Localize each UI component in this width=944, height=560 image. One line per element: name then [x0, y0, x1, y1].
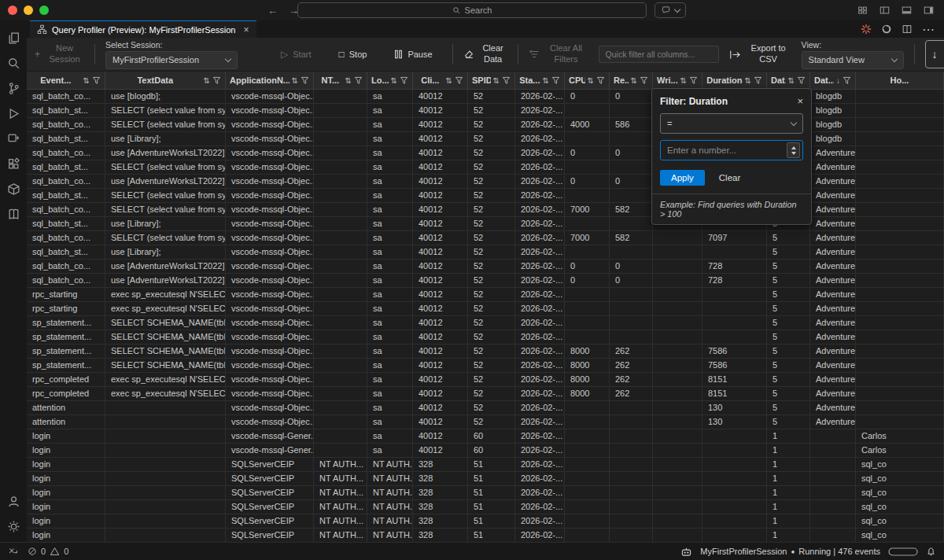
- sidebar-item-extensions[interactable]: [0, 151, 27, 176]
- header-cell-cpu[interactable]: CPU⇅: [565, 72, 610, 89]
- sort-icon[interactable]: ⇅: [446, 76, 452, 85]
- sort-icon[interactable]: ⇅: [391, 76, 397, 85]
- problems-status[interactable]: 0 0: [28, 547, 68, 556]
- command-center-search[interactable]: Search: [297, 2, 647, 18]
- sort-icon[interactable]: ⇅: [588, 76, 594, 85]
- sort-icon[interactable]: ⇅: [788, 76, 795, 85]
- header-cell-sta[interactable]: Sta...⇅: [515, 72, 565, 89]
- toggle-panel-icon[interactable]: [901, 5, 913, 16]
- filter-funnel-icon[interactable]: [455, 76, 463, 85]
- stepper-up-icon[interactable]: [791, 146, 796, 149]
- clear-all-filters-button[interactable]: Clear All Filters: [529, 43, 588, 65]
- tab-close-icon[interactable]: ×: [244, 24, 249, 35]
- export-csv-button[interactable]: Export to CSV: [729, 43, 791, 65]
- filter-funnel-icon[interactable]: [797, 76, 806, 85]
- settings-gear-icon[interactable]: [0, 514, 27, 539]
- split-editor-icon[interactable]: [902, 24, 913, 35]
- filter-funnel-icon[interactable]: [689, 76, 698, 85]
- sidebar-item-connections[interactable]: [0, 126, 27, 151]
- toggle-sidebar-icon[interactable]: [879, 5, 891, 16]
- table-row[interactable]: rpc_startingexec sp_executesql N'SELECT …: [27, 302, 944, 316]
- pause-button[interactable]: Pause: [394, 50, 432, 59]
- back-icon[interactable]: ←: [267, 5, 278, 17]
- header-cell-re[interactable]: Re...⇅: [610, 72, 653, 89]
- new-session-button[interactable]: + New Session: [35, 43, 84, 65]
- status-pill-icon[interactable]: [888, 547, 918, 556]
- header-cell-nt[interactable]: NT...⇅: [314, 72, 367, 89]
- table-row[interactable]: attentionvscode-mssql-Objec...sa40012522…: [27, 401, 944, 415]
- tab-query-profiler[interactable]: Query Profiler (Preview): MyFirstProfile…: [30, 20, 256, 38]
- sidebar-item-source-control[interactable]: [0, 76, 27, 101]
- filter-funnel-icon[interactable]: [354, 76, 363, 85]
- number-stepper[interactable]: [787, 142, 800, 158]
- header-cell-applicationn[interactable]: ApplicationN...⇅: [226, 72, 314, 89]
- table-row[interactable]: loginSQLServerCEIPNT AUTH...NT AUTH...32…: [27, 500, 944, 514]
- sort-icon[interactable]: ⇅: [631, 76, 637, 85]
- sort-icon[interactable]: ⇅: [493, 76, 500, 85]
- table-row[interactable]: sql_batch_co...SELECT (select value from…: [27, 231, 944, 245]
- header-cell-ho[interactable]: Ho...: [856, 72, 944, 89]
- minimize-window-button[interactable]: [24, 6, 33, 15]
- filter-funnel-icon[interactable]: [301, 76, 309, 85]
- table-row[interactable]: sql_batch_co...use [AdventureWorksLT2022…: [27, 274, 944, 288]
- close-icon[interactable]: ×: [797, 95, 803, 107]
- filter-funnel-icon[interactable]: [754, 76, 762, 85]
- table-row[interactable]: loginSQLServerCEIPNT AUTH...NT AUTH...32…: [27, 529, 944, 542]
- notifications-bell-icon[interactable]: [926, 547, 936, 557]
- remote-indicator-icon[interactable]: [8, 547, 18, 556]
- sidebar-item-notebooks[interactable]: [0, 201, 27, 227]
- sort-icon[interactable]: ⇅: [543, 76, 549, 85]
- table-row[interactable]: loginSQLServerCEIPNT AUTH...NT AUTH...32…: [27, 458, 944, 472]
- profiler-running-star-icon[interactable]: [861, 24, 872, 35]
- header-cell-duration[interactable]: Duration⇅: [702, 72, 767, 89]
- zoom-window-button[interactable]: [39, 6, 49, 15]
- sidebar-item-search[interactable]: [0, 50, 27, 76]
- table-row[interactable]: loginSQLServerCEIPNT AUTH...NT AUTH...32…: [27, 514, 944, 529]
- filter-funnel-icon[interactable]: [502, 76, 511, 85]
- sidebar-item-explorer[interactable]: [0, 25, 27, 50]
- session-select[interactable]: MyFirstProfilerSession: [105, 51, 238, 69]
- filter-funnel-icon[interactable]: [551, 76, 560, 85]
- header-cell-dat[interactable]: Dat...⇅: [767, 72, 810, 89]
- customize-layout-icon[interactable]: [857, 5, 868, 16]
- header-cell-dat[interactable]: Dat...↓: [810, 72, 856, 89]
- table-row[interactable]: sql_batch_co...use [AdventureWorksLT2022…: [27, 260, 944, 274]
- more-actions-icon[interactable]: ⋯: [922, 22, 935, 37]
- filter-operator-select[interactable]: =: [660, 113, 803, 134]
- table-row[interactable]: sp_statement...SELECT SCHEMA_NAME(tbl.sc…: [27, 344, 944, 359]
- filter-funnel-icon[interactable]: [640, 76, 648, 85]
- sort-icon[interactable]: ⇅: [83, 76, 90, 85]
- table-row[interactable]: sql_batch_st...use [Library];vscode-mssq…: [27, 245, 944, 260]
- chat-menu-button[interactable]: [655, 2, 686, 18]
- filter-funnel-icon[interactable]: [92, 76, 101, 85]
- auto-scroll-toggle[interactable]: ↓ Auto- scroll: [925, 40, 944, 68]
- sort-icon[interactable]: ⇅: [292, 76, 298, 85]
- view-select[interactable]: Standard View: [802, 51, 904, 69]
- close-window-button[interactable]: [8, 6, 17, 15]
- sidebar-item-account[interactable]: [0, 488, 27, 514]
- stepper-down-icon[interactable]: [791, 152, 796, 155]
- header-cell-cli[interactable]: Cli...⇅: [413, 72, 468, 89]
- table-row[interactable]: sp_statement...SELECT SCHEMA_NAME(tbl.sc…: [27, 316, 944, 330]
- table-row[interactable]: attentionvscode-mssql-Objec...sa40012522…: [27, 415, 944, 429]
- filter-value-input[interactable]: [661, 146, 787, 155]
- clear-button[interactable]: Clear: [719, 173, 740, 182]
- sort-icon[interactable]: ⇅: [680, 76, 687, 85]
- apply-button[interactable]: Apply: [660, 170, 705, 186]
- filter-funnel-icon[interactable]: [843, 76, 851, 85]
- header-cell-spid[interactable]: SPID⇅: [468, 72, 515, 89]
- quick-filter-input[interactable]: [599, 46, 719, 63]
- sort-icon[interactable]: ↓: [836, 76, 840, 85]
- stop-button[interactable]: □ Stop: [338, 49, 367, 60]
- filter-funnel-icon[interactable]: [400, 76, 408, 85]
- copilot-icon[interactable]: [881, 24, 892, 35]
- header-cell-wri[interactable]: Wri...⇅: [653, 72, 702, 89]
- sort-icon[interactable]: ⇅: [745, 76, 751, 85]
- header-cell-event[interactable]: Event...⇅: [27, 72, 105, 89]
- header-cell-textdata[interactable]: TextData⇅: [105, 72, 226, 89]
- table-row[interactable]: loginSQLServerCEIPNT AUTH...NT AUTH...32…: [27, 472, 944, 486]
- sort-icon[interactable]: ⇅: [204, 76, 210, 85]
- table-row[interactable]: sp_statement...SELECT SCHEMA_NAME(tbl.sc…: [27, 359, 944, 373]
- sort-icon[interactable]: ⇅: [345, 76, 352, 85]
- table-row[interactable]: sp_statement...SELECT SCHEMA_NAME(tbl.sc…: [27, 330, 944, 344]
